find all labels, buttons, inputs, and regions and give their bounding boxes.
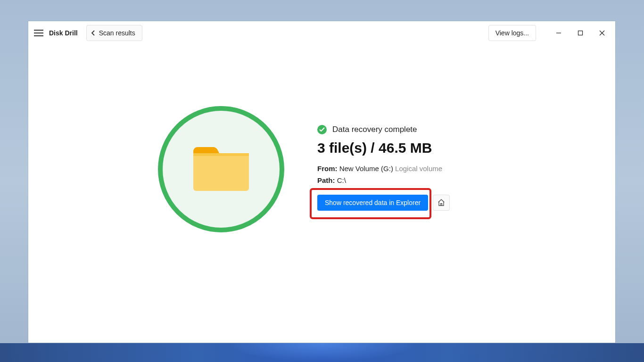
path-line: Path: C:\ [317, 176, 450, 184]
main-content: Data recovery complete 3 file(s) / 46.5 … [28, 45, 615, 343]
success-circle [158, 106, 284, 232]
back-button-label: Scan results [99, 29, 135, 37]
from-label: From: [317, 165, 338, 173]
path-value: C:\ [337, 176, 346, 184]
close-button[interactable] [593, 26, 611, 40]
close-icon [599, 30, 605, 36]
maximize-icon [578, 30, 583, 36]
titlebar: Disk Drill Scan results View logs... [28, 21, 615, 45]
recovery-details: Data recovery complete 3 file(s) / 46.5 … [317, 106, 450, 211]
app-window: Disk Drill Scan results View logs... [28, 21, 615, 343]
folder-icon [190, 145, 252, 194]
maximize-button[interactable] [571, 26, 590, 40]
svg-rect-1 [578, 31, 583, 35]
minimize-icon [556, 30, 561, 36]
from-value: New Volume (G:) [339, 165, 393, 173]
from-kind: Logical volume [395, 165, 442, 173]
action-row: Show recovered data in Explorer [317, 195, 450, 211]
minimize-button[interactable] [549, 26, 568, 40]
window-controls [549, 26, 611, 40]
view-logs-button[interactable]: View logs... [488, 25, 536, 41]
app-title: Disk Drill [49, 29, 78, 37]
recovery-summary: 3 file(s) / 46.5 MB [317, 140, 450, 156]
show-in-explorer-button[interactable]: Show recovered data in Explorer [317, 195, 428, 211]
svg-rect-4 [193, 153, 249, 191]
from-line: From: New Volume (G:) Logical volume [317, 165, 450, 173]
chevron-left-icon [91, 30, 95, 36]
back-scan-results-button[interactable]: Scan results [86, 25, 142, 41]
path-label: Path: [317, 176, 335, 184]
svg-rect-5 [193, 153, 249, 156]
check-circle-icon [317, 125, 327, 134]
home-icon [437, 198, 446, 207]
home-button[interactable] [433, 195, 450, 211]
menu-icon[interactable] [34, 28, 43, 38]
desktop-taskbar [0, 343, 644, 362]
status-message: Data recovery complete [332, 125, 417, 134]
status-row: Data recovery complete [317, 125, 450, 134]
